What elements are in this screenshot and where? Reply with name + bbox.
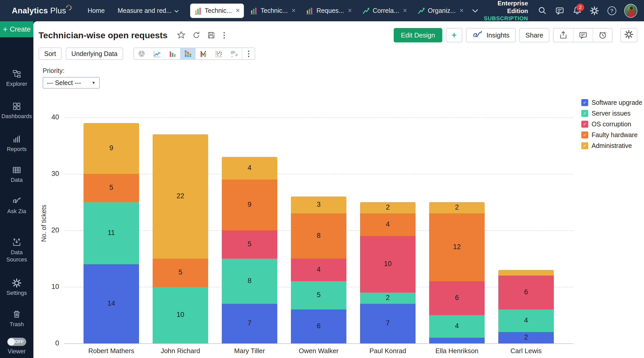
search-icon[interactable] <box>537 6 547 16</box>
bar-segment-faulty-hardware[interactable]: 5 <box>153 259 208 287</box>
viewer-toggle[interactable]: OFF Viewer <box>0 338 33 355</box>
sidebar-item-data-sources[interactable]: Data Sources <box>0 238 33 263</box>
title-more-menu-icon[interactable] <box>222 32 226 39</box>
bar-segment-faulty-hardware[interactable]: 4 <box>360 213 416 236</box>
bar-segment-faulty-hardware[interactable]: 12 <box>429 213 485 281</box>
bar-segment-administrative[interactable]: 2 <box>429 202 485 213</box>
tab-4[interactable]: Correla...× <box>358 4 411 18</box>
bar-segment-software-upgrade[interactable]: 7 <box>360 304 416 343</box>
legend-item-administrative[interactable]: ✓Administrative <box>581 140 642 151</box>
tab-2[interactable]: Technic...× <box>246 4 300 18</box>
favorite-star-icon[interactable] <box>177 31 186 40</box>
create-button[interactable]: + Create <box>0 21 33 37</box>
bar-segment-administrative[interactable] <box>498 270 554 276</box>
bar-chart-icon <box>306 7 314 15</box>
legend-checkbox-icon[interactable]: ✓ <box>581 110 588 117</box>
refresh-icon[interactable] <box>192 31 200 39</box>
chart-type-bar-line-icon[interactable] <box>196 48 211 59</box>
legend-item-server-issues[interactable]: ✓Server issues <box>581 108 642 119</box>
bar-segment-server-issues[interactable]: 10 <box>153 287 208 343</box>
bar-segment-administrative[interactable]: 2 <box>360 202 416 213</box>
nav-link-home[interactable]: Home <box>88 7 105 14</box>
bar-segment-os-corruption[interactable]: 6 <box>498 276 554 309</box>
bar-segment-server-issues[interactable]: 4 <box>498 309 554 332</box>
bar-segment-faulty-hardware[interactable]: 5 <box>84 174 139 202</box>
legend-checkbox-icon[interactable]: ✓ <box>581 121 588 128</box>
bar-value-label: 14 <box>84 299 139 307</box>
bar-segment-software-upgrade[interactable]: 14 <box>84 264 139 343</box>
tab-close-icon[interactable]: × <box>236 7 240 14</box>
feedback-icon[interactable] <box>555 6 565 16</box>
sidebar-item-ask-zia[interactable]: Ask Zia <box>0 196 33 215</box>
bar-segment-software-upgrade[interactable]: 7 <box>222 304 277 343</box>
report-settings-gear-icon[interactable] <box>620 28 637 42</box>
chart-type-pie-icon[interactable] <box>134 48 149 59</box>
bar-chart-icon <box>194 7 202 15</box>
sidebar-item-data[interactable]: Data <box>0 165 33 184</box>
legend-item-os-corruption[interactable]: ✓OS corruption <box>581 119 642 129</box>
bar-segment-software-upgrade[interactable] <box>429 338 485 343</box>
sidebar-item-explorer[interactable]: Explorer <box>0 69 33 88</box>
legend-checkbox-icon[interactable]: ✓ <box>581 142 588 149</box>
sidebar-item-settings[interactable]: Settings <box>0 278 33 297</box>
add-button[interactable]: + <box>446 28 462 42</box>
chart-type-switcher <box>133 48 255 60</box>
tab-close-icon[interactable]: × <box>292 7 296 14</box>
settings-gear-icon[interactable] <box>590 6 599 16</box>
legend-checkbox-icon[interactable]: ✓ <box>581 131 588 138</box>
bar-segment-os-corruption[interactable]: 4 <box>291 259 346 281</box>
sidebar-item-dashboards[interactable]: Dashboards <box>0 101 33 120</box>
share-button[interactable]: Share <box>519 28 549 42</box>
comments-icon[interactable] <box>573 29 593 42</box>
user-avatar[interactable] <box>624 4 637 18</box>
bar-segment-faulty-hardware[interactable]: 9 <box>222 180 277 230</box>
alert-schedule-icon[interactable] <box>593 29 612 42</box>
nav-link-measure-and-red[interactable]: Measure and red... <box>118 7 179 14</box>
sidebar-item-trash[interactable]: Trash <box>0 309 33 328</box>
bar-segment-server-issues[interactable]: 11 <box>84 202 139 264</box>
bar-segment-administrative[interactable]: 3 <box>291 196 346 213</box>
chart-type-line-icon[interactable] <box>149 48 165 59</box>
bar-segment-faulty-hardware[interactable]: 8 <box>291 213 346 259</box>
bar-segment-server-issues[interactable]: 8 <box>222 259 277 304</box>
bar-segment-administrative[interactable]: 9 <box>84 123 139 174</box>
insights-button[interactable]: Insights <box>466 28 516 42</box>
tab-3[interactable]: Reques...× <box>302 4 356 18</box>
legend-item-software-upgrade[interactable]: ✓Software upgrade <box>581 97 642 108</box>
notifications-bell-icon[interactable]: 2 <box>572 6 582 16</box>
tab-close-icon[interactable]: × <box>459 7 464 14</box>
chart-toolbar: Sort Underlying Data <box>39 48 644 60</box>
sidebar-item-label: Dashboards <box>0 113 33 120</box>
bar-segment-os-corruption[interactable]: 5 <box>222 230 277 259</box>
toggle-pill[interactable]: OFF <box>7 338 26 346</box>
bar-segment-software-upgrade[interactable]: 2 <box>498 332 554 343</box>
chart-type-more-menu-icon[interactable] <box>242 48 255 59</box>
chart-type-stacked-bar-icon[interactable] <box>180 48 196 59</box>
legend-item-faulty-hardware[interactable]: ✓Faulty hardware <box>581 129 642 140</box>
chart-type-scatter-icon[interactable] <box>211 48 226 59</box>
edit-design-button[interactable]: Edit Design <box>394 28 442 42</box>
tab-close-icon[interactable]: × <box>403 7 407 14</box>
sidebar-item-reports[interactable]: Reports <box>0 134 33 153</box>
bar-segment-os-corruption[interactable]: 6 <box>429 281 485 315</box>
tab-1[interactable]: Technic...× <box>190 4 244 18</box>
bar-segment-server-issues[interactable]: 5 <box>291 281 346 309</box>
export-icon[interactable] <box>554 29 573 42</box>
bar-segment-server-issues[interactable]: 2 <box>360 293 416 304</box>
bar-segment-administrative[interactable]: 4 <box>222 157 277 180</box>
tab-overflow-chevron-icon[interactable] <box>472 9 479 13</box>
save-icon[interactable] <box>207 31 215 39</box>
tab-close-icon[interactable]: × <box>348 7 352 14</box>
chart-type-map-icon[interactable] <box>226 48 242 59</box>
bar-segment-server-issues[interactable]: 4 <box>429 315 485 338</box>
bar-segment-os-corruption[interactable]: 10 <box>360 236 416 293</box>
bar-segment-software-upgrade[interactable]: 6 <box>291 309 346 343</box>
tab-5[interactable]: Organiz...× <box>413 4 468 18</box>
priority-select[interactable]: --- Select --- ▼ <box>43 77 100 89</box>
sort-button[interactable]: Sort <box>39 48 62 60</box>
help-icon[interactable]: ? <box>607 6 617 16</box>
underlying-data-button[interactable]: Underlying Data <box>66 48 123 60</box>
legend-checkbox-icon[interactable]: ✓ <box>581 99 588 106</box>
chart-type-bar-icon[interactable] <box>165 48 180 59</box>
bar-segment-administrative[interactable]: 22 <box>153 134 208 259</box>
